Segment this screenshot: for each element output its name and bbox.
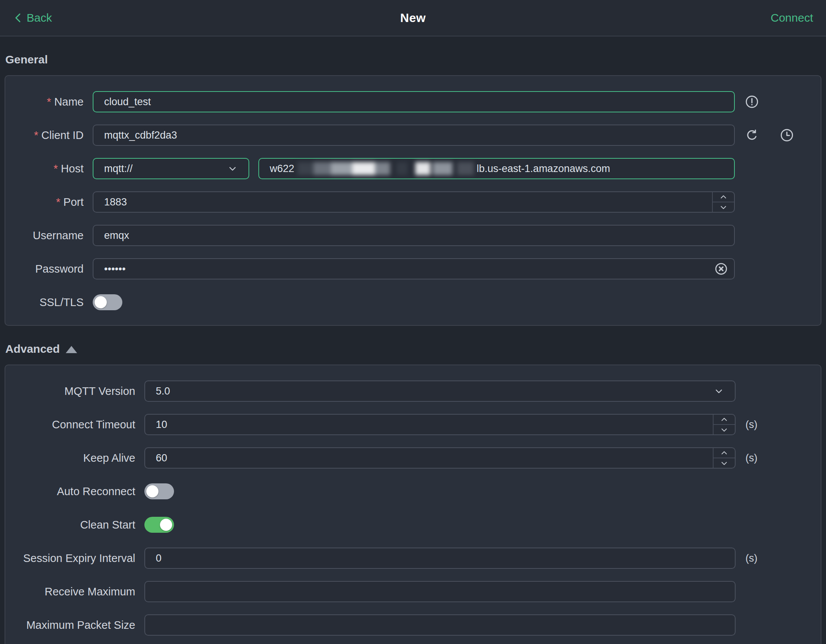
keep-alive-label: Keep Alive: [5, 452, 135, 464]
back-label: Back: [27, 11, 52, 24]
seconds-unit: (s): [745, 552, 757, 564]
password-row: Password: [5, 258, 821, 279]
toggle-knob: [95, 296, 107, 308]
seconds-unit: (s): [745, 452, 757, 464]
mqtt-version-row: MQTT Version 5.0: [5, 380, 821, 402]
chevron-left-icon: [13, 12, 23, 24]
username-label: Username: [5, 229, 84, 242]
username-input[interactable]: [93, 225, 735, 246]
increment-button[interactable]: [713, 192, 734, 202]
client-id-label: *Client ID: [5, 129, 84, 142]
connection-form: General *Name *Client ID: [0, 53, 826, 644]
required-marker: *: [54, 163, 58, 175]
ssl-label: SSL/TLS: [5, 296, 84, 309]
connect-timeout-input[interactable]: [144, 414, 736, 435]
receive-maximum-input[interactable]: [144, 581, 736, 602]
clean-start-row: Clean Start: [5, 514, 821, 535]
password-input[interactable]: [93, 258, 735, 279]
required-marker: *: [34, 129, 38, 141]
connect-timeout-label: Connect Timeout: [5, 418, 135, 431]
auto-reconnect-row: Auto Reconnect: [5, 481, 821, 502]
mqtt-version-label: MQTT Version: [5, 385, 135, 398]
host-label: *Host: [5, 163, 84, 175]
keep-alive-input[interactable]: [144, 447, 736, 469]
decrement-button[interactable]: [714, 424, 735, 434]
client-id-row: *Client ID: [5, 125, 821, 146]
name-input[interactable]: [93, 91, 735, 112]
clean-start-label: Clean Start: [5, 519, 135, 531]
host-value-prefix: w622: [270, 163, 294, 175]
auto-reconnect-toggle[interactable]: [144, 483, 174, 499]
collapse-triangle-icon: [66, 346, 77, 353]
session-expiry-label: Session Expiry Interval: [5, 552, 135, 565]
name-row: *Name: [5, 91, 821, 112]
seconds-unit: (s): [745, 419, 757, 431]
redacted-host-segment: [297, 162, 474, 175]
chevron-down-icon: [714, 386, 724, 396]
decrement-button[interactable]: [713, 202, 734, 212]
host-row: *Host mqtt:// w622 lb.us-east-1.amazonaw…: [5, 158, 821, 179]
keep-alive-row: Keep Alive (s): [5, 447, 821, 469]
clean-start-toggle[interactable]: [144, 517, 174, 533]
connect-timeout-stepper: [713, 415, 735, 434]
protocol-value: mqtt://: [104, 163, 133, 175]
host-input[interactable]: w622 lb.us-east-1.amazonaws.com: [258, 158, 735, 179]
ssl-row: SSL/TLS: [5, 292, 821, 313]
mqtt-version-select[interactable]: 5.0: [144, 380, 736, 402]
connect-button[interactable]: Connect: [771, 11, 813, 24]
general-section-title: General: [5, 53, 826, 66]
back-button[interactable]: Back: [13, 11, 52, 24]
general-section-label: General: [5, 53, 48, 66]
increment-button[interactable]: [714, 415, 735, 424]
ssl-toggle[interactable]: [93, 294, 122, 310]
top-bar: Back New Connect: [0, 0, 826, 36]
port-row: *Port: [5, 191, 821, 213]
advanced-card: MQTT Version 5.0 Connect Timeout (s): [5, 365, 821, 644]
warning-circle-icon[interactable]: [745, 95, 759, 109]
clear-password-icon[interactable]: [714, 262, 728, 276]
maximum-packet-size-label: Maximum Packet Size: [5, 619, 135, 631]
protocol-select[interactable]: mqtt://: [93, 158, 249, 179]
required-marker: *: [47, 96, 51, 108]
general-card: *Name *Client ID: [5, 75, 821, 326]
toggle-knob: [146, 485, 158, 497]
refresh-icon[interactable]: [745, 128, 759, 142]
session-expiry-input[interactable]: [144, 548, 736, 569]
name-label: *Name: [5, 96, 84, 108]
username-row: Username: [5, 225, 821, 246]
client-id-input[interactable]: [93, 125, 735, 146]
increment-button[interactable]: [714, 448, 735, 458]
port-label: *Port: [5, 196, 84, 208]
password-label: Password: [5, 263, 84, 275]
port-input[interactable]: [93, 191, 735, 213]
session-expiry-row: Session Expiry Interval (s): [5, 548, 821, 569]
advanced-section-label: Advanced: [5, 343, 60, 355]
page-title: New: [400, 11, 426, 25]
clock-icon[interactable]: [780, 128, 794, 142]
maximum-packet-size-input[interactable]: [144, 614, 736, 636]
mqtt-version-value: 5.0: [156, 385, 170, 397]
toggle-knob: [160, 519, 172, 531]
receive-maximum-label: Receive Maximum: [5, 586, 135, 598]
maximum-packet-size-row: Maximum Packet Size: [5, 614, 821, 636]
receive-maximum-row: Receive Maximum: [5, 581, 821, 602]
decrement-button[interactable]: [714, 458, 735, 468]
port-stepper: [712, 192, 734, 212]
chevron-down-icon: [227, 163, 238, 174]
required-marker: *: [56, 196, 60, 208]
connect-timeout-row: Connect Timeout (s): [5, 414, 821, 435]
keep-alive-stepper: [713, 448, 735, 468]
host-value-suffix: lb.us-east-1.amazonaws.com: [477, 163, 610, 175]
advanced-section-header[interactable]: Advanced: [5, 343, 826, 355]
auto-reconnect-label: Auto Reconnect: [5, 485, 135, 498]
